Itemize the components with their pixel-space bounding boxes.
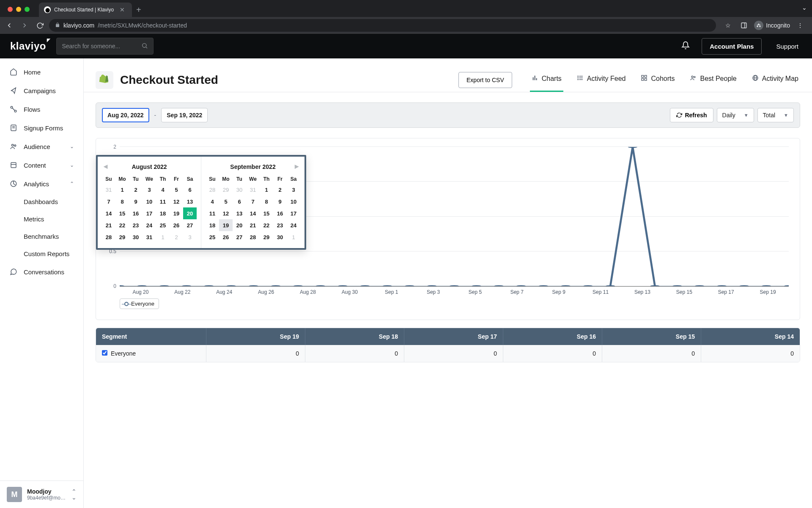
calendar-day[interactable]: 24 [143, 219, 156, 231]
klaviyo-logo[interactable]: klaviyo◤ [10, 40, 49, 52]
sidebar-item-conversations[interactable]: Conversations [0, 262, 83, 281]
calendar-day[interactable]: 16 [129, 207, 143, 219]
granularity-select[interactable]: Daily ▼ [717, 108, 754, 122]
search-input[interactable] [62, 43, 141, 50]
sidebar-item-analytics[interactable]: Analytics⌃ [0, 174, 83, 193]
tab-charts[interactable]: Charts [530, 68, 563, 92]
calendar-day[interactable]: 11 [156, 196, 170, 207]
calendar-day[interactable]: 17 [287, 207, 300, 219]
bookmark-star-icon[interactable]: ☆ [722, 19, 734, 31]
calendar-day[interactable]: 21 [102, 219, 115, 231]
calendar-day[interactable]: 17 [143, 207, 156, 219]
global-search[interactable] [56, 38, 154, 55]
sidebar-item-home[interactable]: Home [0, 63, 83, 81]
calendar-day[interactable]: 4 [206, 196, 219, 207]
calendar-day[interactable]: 13 [183, 196, 197, 207]
calendar-day[interactable]: 26 [170, 219, 183, 231]
calendar-day[interactable]: 18 [156, 207, 170, 219]
new-tab-button[interactable]: + [132, 3, 145, 17]
calendar-day[interactable]: 6 [233, 196, 246, 207]
calendar-day[interactable]: 2 [170, 231, 183, 243]
calendar-day[interactable]: 2 [273, 184, 287, 196]
calendar-day[interactable]: 8 [115, 196, 129, 207]
calendar-day[interactable]: 4 [156, 184, 170, 196]
calendar-day[interactable]: 1 [115, 184, 129, 196]
calendar-day[interactable]: 26 [219, 231, 233, 243]
kebab-menu-icon[interactable]: ⋮ [794, 19, 806, 31]
calendar-day[interactable]: 28 [102, 231, 115, 243]
calendar-day[interactable]: 9 [273, 196, 287, 207]
sidebar-subitem-custom-reports[interactable]: Custom Reports [24, 245, 83, 262]
tab-close-icon[interactable]: ✕ [120, 6, 125, 13]
prev-month-icon[interactable]: ◀ [104, 163, 107, 169]
calendar-day[interactable]: 1 [156, 231, 170, 243]
panel-icon[interactable] [738, 19, 750, 31]
calendar-day[interactable]: 22 [260, 219, 273, 231]
account-switcher[interactable]: MMoodjoy9ba4e9ef@moo...⌃⌄ [0, 480, 83, 508]
account-plans-button[interactable]: Account Plans [702, 38, 762, 55]
sidebar-item-signup-forms[interactable]: Signup Forms [0, 119, 83, 137]
calendar-day[interactable]: 12 [170, 196, 183, 207]
calendar-day[interactable]: 3 [287, 184, 300, 196]
calendar-day[interactable]: 30 [129, 231, 143, 243]
calendar-day[interactable]: 3 [143, 184, 156, 196]
calendar-day[interactable]: 3 [183, 231, 197, 243]
incognito-badge[interactable]: Incognito [754, 21, 790, 30]
tab-best-people[interactable]: Best People [688, 68, 738, 92]
calendar-day[interactable]: 29 [115, 231, 129, 243]
calendar-day[interactable]: 31 [143, 231, 156, 243]
segment-checkbox[interactable] [102, 350, 107, 356]
tab-cohorts[interactable]: Cohorts [639, 68, 676, 92]
calendar-day[interactable]: 25 [206, 231, 219, 243]
calendar-day[interactable]: 29 [219, 184, 233, 196]
reload-button[interactable] [34, 19, 46, 31]
calendar-day[interactable]: 18 [206, 219, 219, 231]
calendar-day[interactable]: 2 [129, 184, 143, 196]
calendar-day[interactable]: 16 [273, 207, 287, 219]
export-csv-button[interactable]: Export to CSV [458, 72, 512, 88]
calendar-day[interactable]: 19 [170, 207, 183, 219]
calendar-day[interactable]: 1 [287, 231, 300, 243]
calendar-day[interactable]: 11 [206, 207, 219, 219]
calendar-day[interactable]: 23 [273, 219, 287, 231]
calendar-day[interactable]: 12 [219, 207, 233, 219]
calendar-day[interactable]: 30 [273, 231, 287, 243]
sidebar-item-flows[interactable]: Flows [0, 100, 83, 119]
calendar-day[interactable]: 20 [183, 207, 197, 219]
date-to-input[interactable]: Sep 19, 2022 [161, 108, 208, 122]
calendar-day[interactable]: 27 [183, 219, 197, 231]
sidebar-item-content[interactable]: Content⌄ [0, 156, 83, 174]
calendar-day[interactable]: 5 [170, 184, 183, 196]
calendar-day[interactable]: 1 [260, 184, 273, 196]
calendar-day[interactable]: 30 [233, 184, 246, 196]
calendar-day[interactable]: 15 [260, 207, 273, 219]
calendar-day[interactable]: 24 [287, 219, 300, 231]
calendar-day[interactable]: 29 [260, 231, 273, 243]
calendar-day[interactable]: 14 [102, 207, 115, 219]
calendar-day[interactable]: 28 [246, 231, 260, 243]
tab-activity-map[interactable]: Activity Map [750, 68, 800, 92]
sidebar-subitem-benchmarks[interactable]: Benchmarks [24, 228, 83, 245]
calendar-day[interactable]: 8 [260, 196, 273, 207]
calendar-day[interactable]: 10 [287, 196, 300, 207]
aggregation-select[interactable]: Total ▼ [757, 108, 794, 122]
sidebar-item-campaigns[interactable]: Campaigns [0, 81, 83, 100]
calendar-day[interactable]: 7 [246, 196, 260, 207]
calendar-day[interactable]: 13 [233, 207, 246, 219]
address-bar[interactable]: klaviyo.com/metric/SXLMwK/checkout-start… [49, 19, 716, 32]
window-maximize-icon[interactable] [25, 7, 30, 12]
calendar-day[interactable]: 22 [115, 219, 129, 231]
sidebar-subitem-metrics[interactable]: Metrics [24, 210, 83, 228]
support-link[interactable]: Support [768, 43, 802, 50]
calendar-day[interactable]: 28 [206, 184, 219, 196]
calendar-day[interactable]: 14 [246, 207, 260, 219]
calendar-day[interactable]: 6 [183, 184, 197, 196]
tab-activity-feed[interactable]: Activity Feed [575, 68, 628, 92]
date-from-input[interactable]: Aug 20, 2022 [102, 108, 149, 122]
calendar-day[interactable]: 10 [143, 196, 156, 207]
calendar-day[interactable]: 21 [246, 219, 260, 231]
back-button[interactable] [3, 19, 15, 31]
refresh-button[interactable]: Refresh [670, 108, 713, 122]
calendar-day[interactable]: 27 [233, 231, 246, 243]
next-month-icon[interactable]: ▶ [295, 163, 299, 169]
